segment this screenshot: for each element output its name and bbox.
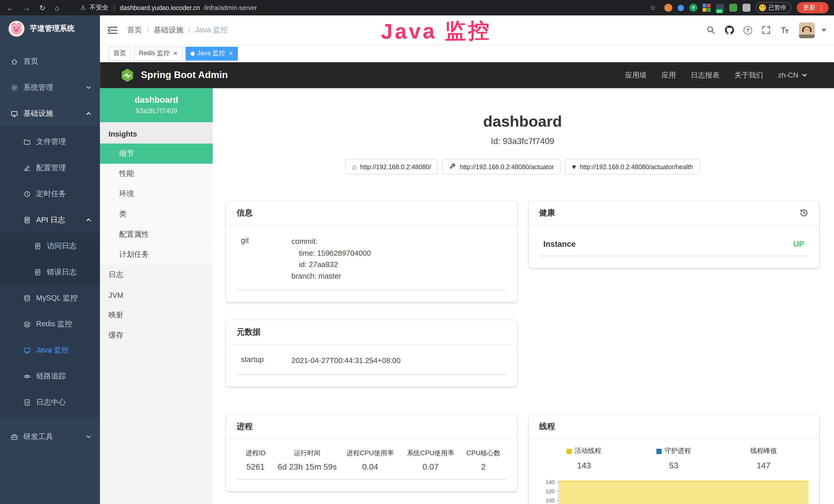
sidebar-item-api-logs[interactable]: API 日志 (0, 207, 100, 233)
tag-redis-monitor[interactable]: Redis 监控 × (134, 46, 182, 60)
extensions-puzzle-icon[interactable] (743, 4, 750, 12)
sidebar-item-dev-tools[interactable]: 研发工具 (0, 423, 100, 450)
git-commit-id: id: 27aa832 (291, 259, 506, 271)
extension-icon-leaf[interactable] (729, 4, 737, 12)
close-icon[interactable]: × (173, 50, 177, 57)
extension-icon-pin[interactable] (678, 5, 684, 11)
app-logo[interactable]: 芋道管理系统 (0, 16, 100, 42)
sidebar-item-java-monitor[interactable]: Java 监控 (0, 337, 100, 363)
sidebar-item-label: 首页 (23, 57, 38, 66)
extension-icon-green-y[interactable] (689, 4, 697, 12)
github-icon[interactable] (725, 25, 734, 35)
back-icon[interactable]: ← (6, 3, 14, 12)
sba-sidebar: dashboard 93a3fc7f7409 Insights 细节 性能 环境… (100, 88, 213, 504)
sba-item-scheduled[interactable]: 计划任务 (100, 245, 213, 265)
user-avatar[interactable] (799, 22, 815, 38)
sidebar-item-mysql-monitor[interactable]: MySQL 监控 (0, 285, 100, 311)
sba-nav-wallboard[interactable]: 应用墙 (625, 70, 647, 80)
breadcrumb-item-infrastructure[interactable]: 基础设施 (154, 25, 183, 35)
caret-down-icon[interactable] (821, 28, 827, 31)
sidebar-item-tracing[interactable]: 链路追踪 (0, 363, 100, 389)
sba-item-caches[interactable]: 缓存 (100, 325, 213, 346)
sba-item-details[interactable]: 细节 (100, 143, 213, 164)
legend-label: 守护进程 (664, 446, 691, 456)
live-threads-value: 143 (539, 461, 629, 471)
sba-nav-about[interactable]: 关于我们 (734, 70, 763, 80)
sba-app-header[interactable]: dashboard 93a3fc7f7409 (100, 88, 213, 122)
sba-item-environment[interactable]: 环境 (100, 184, 213, 204)
home-icon[interactable]: ⌂ (55, 3, 59, 12)
health-url-button[interactable]: ♥ http://192.168.0.2:48080/actuator/heal… (565, 159, 700, 174)
sba-item-metrics[interactable]: 性能 (100, 164, 213, 184)
legend-swatch-yellow (567, 449, 572, 454)
sba-brand-name: Spring Boot Admin (141, 70, 228, 81)
admin-main: 首页 / 基础设施 / Java 监控 Java 监控 ? (100, 16, 834, 504)
home-icon: ⌂ (352, 163, 356, 170)
extension-icon-grid[interactable] (703, 4, 711, 12)
hamburger-icon[interactable] (107, 26, 117, 34)
fullscreen-icon[interactable] (762, 25, 771, 35)
display-icon (23, 346, 31, 354)
sba-language-select[interactable]: zh-CN (778, 71, 807, 79)
sba-item-config-props[interactable]: 配置属性 (100, 224, 213, 245)
doc-check-icon (23, 398, 31, 406)
sidebar-item-home[interactable]: 首页 (0, 48, 100, 74)
sba-item-classes[interactable]: 类 (100, 204, 213, 224)
sba-brand[interactable]: Spring Boot Admin (120, 68, 228, 83)
on-badge: on (716, 9, 723, 13)
search-icon[interactable] (706, 25, 715, 35)
reload-icon[interactable]: ↻ (39, 3, 45, 12)
actuator-url-button[interactable]: http://192.168.0.2:48080/actuator (442, 159, 561, 174)
update-button[interactable]: 更新 ⋮ (797, 2, 829, 13)
sidebar-item-infrastructure[interactable]: 基础设施 (0, 100, 100, 126)
metadata-card-header: 元数据 (226, 320, 517, 345)
sba-item-label: 性能 (119, 169, 134, 179)
url-host: dashboard.yudao.iocoder.cn (120, 4, 200, 12)
process-card-header: 进程 (226, 415, 517, 439)
sba-item-label: 细节 (119, 149, 134, 158)
git-commit-label: commit: (291, 236, 506, 248)
paused-pill[interactable]: 已暂停 (756, 2, 792, 13)
process-card: 进程 进程ID 运行时间 进程CPU使用率 系统CPU使用率 (226, 415, 517, 491)
close-icon[interactable]: × (229, 50, 233, 57)
live-threads-area (559, 481, 808, 504)
sba-item-logs[interactable]: 日志 (100, 265, 213, 285)
sidebar-item-error-logs[interactable]: 错误日志 (0, 259, 100, 285)
extension-icon-orange[interactable] (664, 4, 672, 12)
help-icon[interactable]: ? (744, 26, 752, 34)
sidebar-item-access-logs[interactable]: 访问日志 (0, 233, 100, 259)
sidebar-item-scheduled-tasks[interactable]: 定时任务 (0, 181, 100, 207)
font-size-icon[interactable] (780, 25, 789, 35)
sidebar-item-log-center[interactable]: 日志中心 (0, 389, 100, 415)
process-table: 进程ID 运行时间 进程CPU使用率 系统CPU使用率 CPU核心数 5261 (237, 446, 506, 479)
tag-java-monitor[interactable]: Java 监控 × (185, 46, 238, 60)
sba-body: dashboard 93a3fc7f7409 Insights 细节 性能 环境… (100, 88, 834, 504)
col-process-cpu: 进程CPU使用率 (340, 449, 400, 458)
bookmark-star-icon[interactable]: ☆ (650, 4, 656, 12)
sidebar-item-label: MySQL 监控 (36, 293, 78, 303)
address-bar[interactable]: ⚠ 不安全 | dashboard.yudao.iocoder.cn/infra… (81, 3, 650, 12)
tick-mark (556, 482, 559, 483)
detail-cards-grid: 信息 git commit: time: 1596289704000 id: 2 (226, 201, 819, 504)
forward-icon[interactable]: → (23, 3, 30, 12)
sidebar-item-file-management[interactable]: 文件管理 (0, 129, 100, 155)
sba-nav-journal[interactable]: 日志报表 (691, 70, 720, 80)
monitor-icon (10, 110, 18, 117)
sidebar-item-redis-monitor[interactable]: Redis 监控 (0, 311, 100, 337)
smiley-icon (759, 4, 766, 11)
extension-icon-dark[interactable]: on (716, 4, 724, 12)
history-icon[interactable] (799, 208, 808, 217)
service-url-button[interactable]: ⌂ http://192.168.0.2:48080/ (345, 159, 438, 174)
sba-header: Spring Boot Admin 应用墙 应用 日志报表 关于我们 zh-CN (100, 62, 834, 88)
sba-nav-applications[interactable]: 应用 (662, 70, 676, 80)
sba-item-mappings[interactable]: 映射 (100, 305, 213, 325)
update-label: 更新 (803, 4, 815, 12)
breadcrumb-item-home[interactable]: 首页 (127, 25, 142, 35)
tag-home[interactable]: 首页 (108, 46, 131, 60)
sidebar-item-system-management[interactable]: 系统管理 (0, 74, 100, 100)
pig-logo-icon (8, 21, 24, 37)
service-url: http://192.168.0.2:48080/ (360, 163, 431, 170)
sidebar-item-config-management[interactable]: 配置管理 (0, 155, 100, 181)
sba-item-jvm[interactable]: JVM (100, 285, 213, 305)
folder-icon (23, 138, 31, 145)
